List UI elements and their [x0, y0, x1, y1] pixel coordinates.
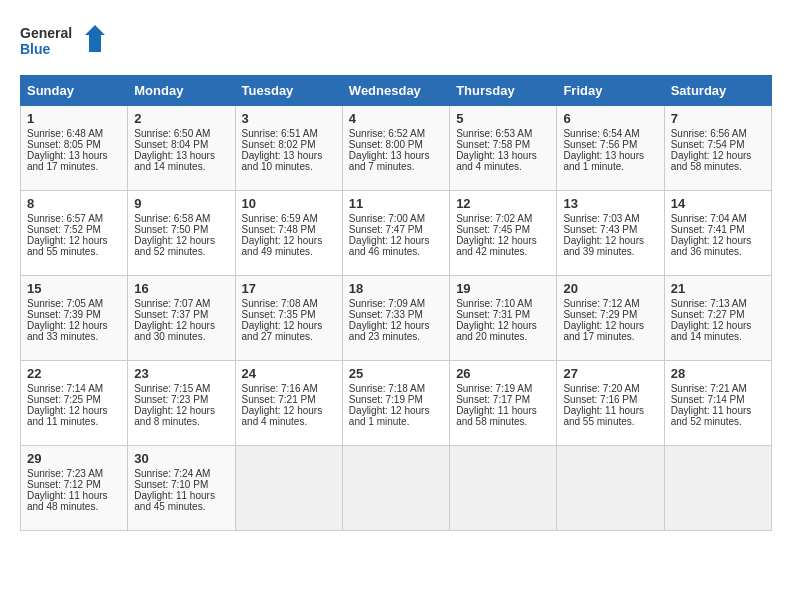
sunrise-label: Sunrise: 7:08 AM	[242, 298, 318, 309]
sunset-label: Sunset: 7:21 PM	[242, 394, 316, 405]
svg-text:Blue: Blue	[20, 41, 51, 57]
calendar-cell	[664, 446, 771, 531]
calendar-cell: 19 Sunrise: 7:10 AM Sunset: 7:31 PM Dayl…	[450, 276, 557, 361]
daylight-label: Daylight: 12 hours and 23 minutes.	[349, 320, 430, 342]
calendar-table: SundayMondayTuesdayWednesdayThursdayFrid…	[20, 75, 772, 531]
daylight-label: Daylight: 13 hours and 17 minutes.	[27, 150, 108, 172]
day-number: 10	[242, 196, 336, 211]
calendar-cell: 25 Sunrise: 7:18 AM Sunset: 7:19 PM Dayl…	[342, 361, 449, 446]
sunrise-label: Sunrise: 6:54 AM	[563, 128, 639, 139]
sunset-label: Sunset: 7:31 PM	[456, 309, 530, 320]
daylight-label: Daylight: 13 hours and 1 minute.	[563, 150, 644, 172]
daylight-label: Daylight: 12 hours and 30 minutes.	[134, 320, 215, 342]
daylight-label: Daylight: 11 hours and 52 minutes.	[671, 405, 752, 427]
sunrise-label: Sunrise: 7:18 AM	[349, 383, 425, 394]
calendar-cell: 24 Sunrise: 7:16 AM Sunset: 7:21 PM Dayl…	[235, 361, 342, 446]
daylight-label: Daylight: 13 hours and 10 minutes.	[242, 150, 323, 172]
calendar-cell: 20 Sunrise: 7:12 AM Sunset: 7:29 PM Dayl…	[557, 276, 664, 361]
sunset-label: Sunset: 7:29 PM	[563, 309, 637, 320]
day-number: 11	[349, 196, 443, 211]
sunrise-label: Sunrise: 6:50 AM	[134, 128, 210, 139]
sunset-label: Sunset: 7:54 PM	[671, 139, 745, 150]
calendar-cell: 2 Sunrise: 6:50 AM Sunset: 8:04 PM Dayli…	[128, 106, 235, 191]
sunset-label: Sunset: 7:16 PM	[563, 394, 637, 405]
sunset-label: Sunset: 8:00 PM	[349, 139, 423, 150]
calendar-cell: 21 Sunrise: 7:13 AM Sunset: 7:27 PM Dayl…	[664, 276, 771, 361]
sunset-label: Sunset: 8:05 PM	[27, 139, 101, 150]
calendar-cell	[235, 446, 342, 531]
day-number: 18	[349, 281, 443, 296]
calendar-header-row: SundayMondayTuesdayWednesdayThursdayFrid…	[21, 76, 772, 106]
calendar-week-row: 8 Sunrise: 6:57 AM Sunset: 7:52 PM Dayli…	[21, 191, 772, 276]
sunset-label: Sunset: 7:41 PM	[671, 224, 745, 235]
calendar-cell: 11 Sunrise: 7:00 AM Sunset: 7:47 PM Dayl…	[342, 191, 449, 276]
sunrise-label: Sunrise: 6:59 AM	[242, 213, 318, 224]
svg-text:General: General	[20, 25, 72, 41]
sunrise-label: Sunrise: 7:19 AM	[456, 383, 532, 394]
calendar-cell	[557, 446, 664, 531]
day-number: 6	[563, 111, 657, 126]
calendar-cell: 7 Sunrise: 6:56 AM Sunset: 7:54 PM Dayli…	[664, 106, 771, 191]
column-header-tuesday: Tuesday	[235, 76, 342, 106]
day-number: 29	[27, 451, 121, 466]
sunset-label: Sunset: 7:12 PM	[27, 479, 101, 490]
daylight-label: Daylight: 13 hours and 7 minutes.	[349, 150, 430, 172]
daylight-label: Daylight: 12 hours and 42 minutes.	[456, 235, 537, 257]
header: General Blue	[20, 20, 772, 65]
sunrise-label: Sunrise: 7:09 AM	[349, 298, 425, 309]
daylight-label: Daylight: 12 hours and 39 minutes.	[563, 235, 644, 257]
column-header-thursday: Thursday	[450, 76, 557, 106]
calendar-cell: 16 Sunrise: 7:07 AM Sunset: 7:37 PM Dayl…	[128, 276, 235, 361]
daylight-label: Daylight: 12 hours and 46 minutes.	[349, 235, 430, 257]
day-number: 12	[456, 196, 550, 211]
day-number: 3	[242, 111, 336, 126]
sunrise-label: Sunrise: 7:15 AM	[134, 383, 210, 394]
calendar-cell: 6 Sunrise: 6:54 AM Sunset: 7:56 PM Dayli…	[557, 106, 664, 191]
day-number: 8	[27, 196, 121, 211]
daylight-label: Daylight: 12 hours and 1 minute.	[349, 405, 430, 427]
daylight-label: Daylight: 12 hours and 36 minutes.	[671, 235, 752, 257]
logo-svg: General Blue	[20, 20, 110, 65]
sunrise-label: Sunrise: 7:23 AM	[27, 468, 103, 479]
day-number: 1	[27, 111, 121, 126]
sunset-label: Sunset: 7:35 PM	[242, 309, 316, 320]
calendar-cell: 1 Sunrise: 6:48 AM Sunset: 8:05 PM Dayli…	[21, 106, 128, 191]
sunrise-label: Sunrise: 7:20 AM	[563, 383, 639, 394]
calendar-cell	[450, 446, 557, 531]
day-number: 26	[456, 366, 550, 381]
sunset-label: Sunset: 7:56 PM	[563, 139, 637, 150]
day-number: 15	[27, 281, 121, 296]
daylight-label: Daylight: 11 hours and 48 minutes.	[27, 490, 108, 512]
sunrise-label: Sunrise: 6:51 AM	[242, 128, 318, 139]
sunset-label: Sunset: 7:58 PM	[456, 139, 530, 150]
sunrise-label: Sunrise: 7:12 AM	[563, 298, 639, 309]
day-number: 23	[134, 366, 228, 381]
daylight-label: Daylight: 11 hours and 58 minutes.	[456, 405, 537, 427]
day-number: 2	[134, 111, 228, 126]
sunset-label: Sunset: 7:50 PM	[134, 224, 208, 235]
day-number: 28	[671, 366, 765, 381]
calendar-cell: 18 Sunrise: 7:09 AM Sunset: 7:33 PM Dayl…	[342, 276, 449, 361]
sunset-label: Sunset: 7:52 PM	[27, 224, 101, 235]
daylight-label: Daylight: 12 hours and 27 minutes.	[242, 320, 323, 342]
day-number: 27	[563, 366, 657, 381]
sunrise-label: Sunrise: 6:48 AM	[27, 128, 103, 139]
sunrise-label: Sunrise: 6:53 AM	[456, 128, 532, 139]
calendar-cell: 27 Sunrise: 7:20 AM Sunset: 7:16 PM Dayl…	[557, 361, 664, 446]
calendar-cell: 10 Sunrise: 6:59 AM Sunset: 7:48 PM Dayl…	[235, 191, 342, 276]
calendar-cell: 4 Sunrise: 6:52 AM Sunset: 8:00 PM Dayli…	[342, 106, 449, 191]
sunrise-label: Sunrise: 7:16 AM	[242, 383, 318, 394]
daylight-label: Daylight: 13 hours and 14 minutes.	[134, 150, 215, 172]
sunset-label: Sunset: 8:02 PM	[242, 139, 316, 150]
daylight-label: Daylight: 12 hours and 8 minutes.	[134, 405, 215, 427]
calendar-cell: 23 Sunrise: 7:15 AM Sunset: 7:23 PM Dayl…	[128, 361, 235, 446]
calendar-cell: 28 Sunrise: 7:21 AM Sunset: 7:14 PM Dayl…	[664, 361, 771, 446]
sunset-label: Sunset: 7:33 PM	[349, 309, 423, 320]
calendar-cell: 22 Sunrise: 7:14 AM Sunset: 7:25 PM Dayl…	[21, 361, 128, 446]
daylight-label: Daylight: 12 hours and 17 minutes.	[563, 320, 644, 342]
sunrise-label: Sunrise: 7:07 AM	[134, 298, 210, 309]
logo: General Blue	[20, 20, 110, 65]
day-number: 5	[456, 111, 550, 126]
day-number: 17	[242, 281, 336, 296]
sunrise-label: Sunrise: 7:04 AM	[671, 213, 747, 224]
